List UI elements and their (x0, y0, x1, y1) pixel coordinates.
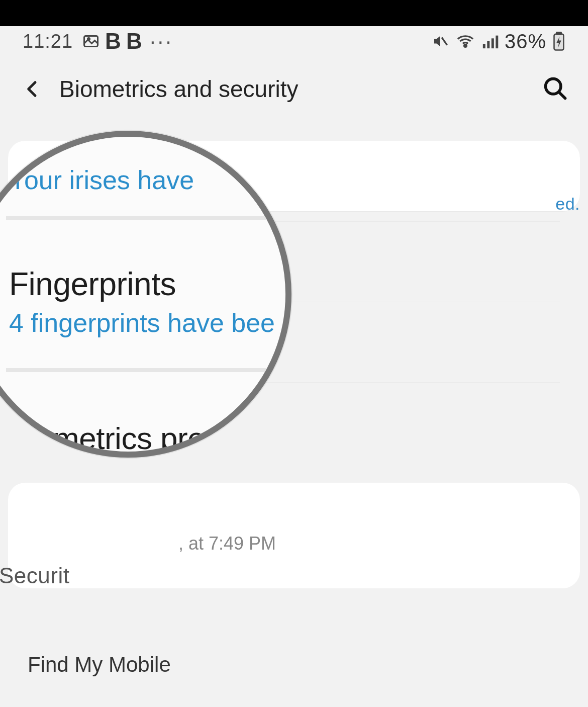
biometrics-preferences-item[interactable]: Biometrics pre (6, 372, 291, 456)
more-notifications-dots: ··· (150, 31, 173, 52)
back-button[interactable] (15, 74, 50, 104)
signal-icon (481, 33, 499, 50)
search-button[interactable] (542, 75, 568, 103)
status-bar: 11:21 B B ··· (0, 26, 588, 56)
top-black-bar (0, 0, 588, 26)
svg-point-3 (464, 45, 467, 47)
irises-subtext-fragment: ed. (555, 194, 580, 214)
battery-charging-icon (552, 32, 565, 51)
svg-rect-7 (496, 36, 498, 49)
battery-percent-text: 36% (505, 30, 546, 53)
fingerprints-item[interactable]: Fingerprints 4 fingerprints have bee (6, 220, 291, 372)
svg-line-11 (559, 93, 565, 99)
app-bar: Biometrics and security (0, 56, 588, 122)
svg-line-2 (442, 38, 447, 45)
find-my-mobile-item[interactable]: Find My Mobile (28, 653, 171, 677)
timestamp-fragment: , at 7:49 PM (178, 533, 276, 554)
page-title: Biometrics and security (59, 75, 299, 103)
fingerprints-subtext: 4 fingerprints have bee (9, 308, 291, 338)
wifi-icon (455, 32, 475, 50)
svg-rect-5 (487, 41, 489, 48)
status-time: 11:21 (23, 31, 73, 52)
fingerprints-title: Fingerprints (9, 266, 291, 303)
svg-point-1 (87, 38, 89, 40)
second-card (8, 483, 580, 588)
security-label-peek: Securit (0, 563, 69, 588)
vibrate-mute-icon (431, 32, 449, 50)
notification-b-icons: B B (105, 29, 142, 54)
svg-rect-6 (492, 38, 494, 48)
image-icon (82, 32, 100, 50)
svg-rect-9 (556, 32, 561, 35)
biometrics-pref-title: Biometrics pre (9, 420, 291, 456)
svg-rect-4 (483, 44, 485, 49)
